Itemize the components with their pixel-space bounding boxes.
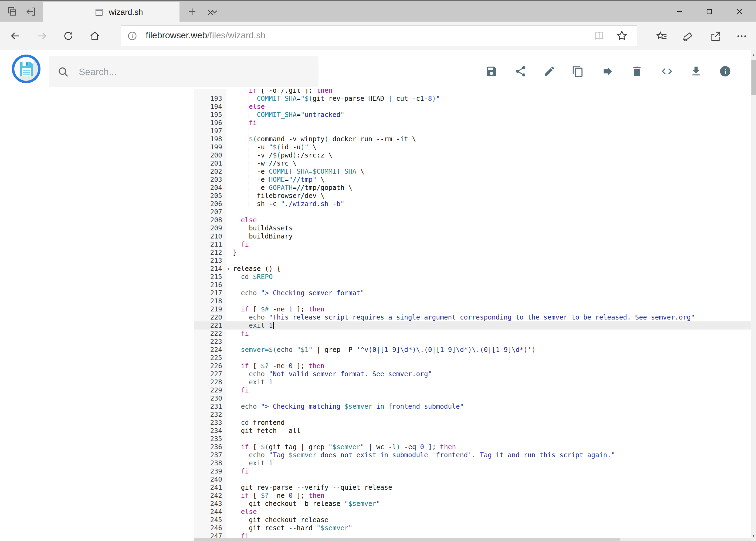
code-line-196[interactable]: 196 fi bbox=[0, 119, 751, 127]
code-line-218[interactable]: 218 bbox=[0, 297, 751, 305]
filebrowser-logo[interactable] bbox=[12, 55, 41, 83]
code-line-225[interactable]: 225 bbox=[0, 354, 751, 362]
code-line-247[interactable]: 247 fi bbox=[0, 532, 751, 538]
download-button[interactable] bbox=[685, 61, 707, 82]
code-line-223[interactable]: 223 bbox=[0, 337, 751, 346]
code-line-243[interactable]: 243 git checkout -b release "$semver" bbox=[0, 500, 751, 508]
site-info-icon[interactable] bbox=[127, 31, 137, 42]
code-line-224[interactable]: 224 semver=$(echo "$1" | grep -P '^v(0|[… bbox=[0, 346, 751, 354]
tab-wizard-sh[interactable]: wizard.sh bbox=[43, 2, 179, 22]
code-line-230[interactable]: 230 bbox=[0, 394, 751, 402]
search-input[interactable]: Search... bbox=[49, 56, 319, 87]
more-icon[interactable] bbox=[736, 30, 747, 42]
vertical-scrollbar-thumb[interactable] bbox=[751, 60, 756, 95]
code-line-216[interactable]: 216 bbox=[0, 281, 751, 289]
code-line-220[interactable]: 220 echo "This release script requires a… bbox=[0, 313, 751, 321]
code-line-222[interactable]: 222 fi bbox=[0, 329, 751, 337]
code-line-207[interactable]: 207 bbox=[0, 208, 751, 216]
info-button[interactable] bbox=[714, 61, 736, 82]
code-line-242[interactable]: 242 if [ $? -ne 0 ]; then bbox=[0, 492, 751, 500]
copy-button[interactable] bbox=[567, 61, 589, 82]
line-number: 197 bbox=[194, 127, 226, 135]
favorite-star-icon[interactable] bbox=[616, 29, 628, 43]
code-line-233[interactable]: 233 cd frontend bbox=[0, 419, 751, 427]
refresh-icon[interactable] bbox=[63, 30, 74, 42]
code-line-214[interactable]: 214▾release () { bbox=[0, 265, 751, 273]
code-line-209[interactable]: 209 buildAssets bbox=[0, 224, 751, 232]
window-minimize-button[interactable] bbox=[669, 4, 690, 19]
code-line-234[interactable]: 234 git fetch --all bbox=[0, 427, 751, 435]
code-line-200[interactable]: 200 -v /$(pwd):/src:z \ bbox=[0, 151, 751, 159]
delete-button[interactable] bbox=[626, 61, 648, 82]
code-line-239[interactable]: 239 fi bbox=[0, 467, 751, 475]
code-line-236[interactable]: 236 if [ $(git tag | grep "$semver" | wc… bbox=[0, 443, 751, 451]
code-line-192[interactable]: if [ -d /.git ]; then bbox=[0, 89, 751, 95]
share-button[interactable] bbox=[510, 61, 531, 82]
code-line-204[interactable]: 204 -e GOPATH=//tmp/gopath \ bbox=[0, 184, 751, 192]
code-line-212[interactable]: 212} bbox=[0, 249, 751, 257]
code-line-213[interactable]: 213 bbox=[0, 257, 751, 265]
edit-button[interactable] bbox=[539, 61, 560, 82]
code-line-231[interactable]: 231 echo "> Checking matching $semver in… bbox=[0, 402, 751, 410]
code-line-217[interactable]: 217 echo "> Checking semver format" bbox=[0, 289, 751, 297]
code-line-240[interactable]: 240 bbox=[0, 475, 751, 483]
set-tabs-aside-icon[interactable] bbox=[26, 6, 36, 17]
fold-marker-icon[interactable]: ▾ bbox=[227, 265, 230, 273]
code-line-237[interactable]: 237 echo "Tag $semver does not exist in … bbox=[0, 451, 751, 459]
code-line-201[interactable]: 201 -w //src \ bbox=[0, 159, 751, 168]
code-line-227[interactable]: 227 echo "Not valid semver format. See s… bbox=[0, 370, 751, 378]
line-number: 194 bbox=[194, 103, 226, 111]
home-icon[interactable] bbox=[89, 30, 101, 42]
scroll-up-icon[interactable]: ▲ bbox=[751, 52, 756, 59]
tab-preview-icon[interactable] bbox=[7, 6, 18, 17]
url-field[interactable]: filebrowser.web/files/wizard.sh bbox=[121, 25, 637, 46]
code-line-244[interactable]: 244 else bbox=[0, 508, 751, 516]
code-line-193[interactable]: 193 COMMIT_SHA="$(git rev-parse HEAD | c… bbox=[0, 95, 751, 103]
code-line-235[interactable]: 235 bbox=[0, 435, 751, 443]
window-close-button[interactable] bbox=[729, 4, 750, 19]
window-maximize-button[interactable] bbox=[698, 4, 720, 19]
code-line-229[interactable]: 229 fi bbox=[0, 386, 751, 394]
code-line-202[interactable]: 202 -e COMMIT_SHA=$COMMIT_SHA \ bbox=[0, 168, 751, 176]
code-line-221[interactable]: 221 exit 1 bbox=[0, 321, 751, 329]
line-number: 196 bbox=[194, 119, 226, 127]
line-number: 203 bbox=[194, 176, 226, 184]
horizontal-scrollbar-thumb[interactable] bbox=[194, 538, 620, 541]
code-line-215[interactable]: 215 cd $REPO bbox=[0, 273, 751, 281]
reading-view-icon[interactable] bbox=[593, 30, 605, 43]
move-button[interactable] bbox=[597, 61, 619, 82]
new-tab-button[interactable] bbox=[187, 6, 197, 17]
code-line-208[interactable]: 208 else bbox=[0, 216, 751, 224]
code-view-button[interactable] bbox=[656, 61, 678, 82]
vertical-scrollbar[interactable]: ▲ ▼ bbox=[751, 50, 756, 541]
share-page-icon[interactable] bbox=[710, 30, 721, 42]
code-line-210[interactable]: 210 buildBinary bbox=[0, 232, 751, 241]
scroll-down-icon[interactable]: ▼ bbox=[751, 532, 756, 539]
code-line-219[interactable]: 219 if [ $# -ne 1 ]; then bbox=[0, 305, 751, 313]
code-line-211[interactable]: 211 fi bbox=[0, 241, 751, 249]
code-line-194[interactable]: 194 else bbox=[0, 103, 751, 111]
web-note-icon[interactable] bbox=[682, 30, 694, 42]
code-line-203[interactable]: 203 -e HOME="//tmp" \ bbox=[0, 176, 751, 184]
forward-icon[interactable] bbox=[36, 30, 48, 42]
code-line-205[interactable]: 205 filebrowser/dev \ bbox=[0, 192, 751, 200]
code-editor[interactable]: if [ -d /.git ]; then193 COMMIT_SHA="$(g… bbox=[0, 89, 751, 538]
code-line-238[interactable]: 238 exit 1 bbox=[0, 459, 751, 467]
code-line-228[interactable]: 228 exit 1 bbox=[0, 378, 751, 386]
code-line-246[interactable]: 246 git reset --hard "$semver" bbox=[0, 524, 751, 532]
code-line-199[interactable]: 199 -u "$(id -u)" \ bbox=[0, 143, 751, 151]
code-line-226[interactable]: 226 if [ $? -ne 0 ]; then bbox=[0, 362, 751, 370]
back-icon[interactable] bbox=[10, 30, 21, 42]
url-separator bbox=[141, 29, 141, 42]
tab-list-chevron-icon[interactable] bbox=[209, 6, 220, 17]
code-line-206[interactable]: 206 sh -c "./wizard.sh -b" bbox=[0, 200, 751, 208]
code-line-241[interactable]: 241 git rev-parse --verify --quiet relea… bbox=[0, 483, 751, 492]
favorites-hub-icon[interactable] bbox=[656, 30, 667, 42]
horizontal-scrollbar[interactable] bbox=[194, 538, 751, 541]
code-line-198[interactable]: 198 $(command -v winpty) docker run --rm… bbox=[0, 135, 751, 143]
code-line-197[interactable]: 197 bbox=[0, 127, 751, 135]
code-line-195[interactable]: 195 COMMIT_SHA="untracked" bbox=[0, 111, 751, 119]
code-line-245[interactable]: 245 git checkout release bbox=[0, 516, 751, 524]
save-button[interactable] bbox=[481, 61, 502, 82]
code-line-232[interactable]: 232 bbox=[0, 410, 751, 419]
